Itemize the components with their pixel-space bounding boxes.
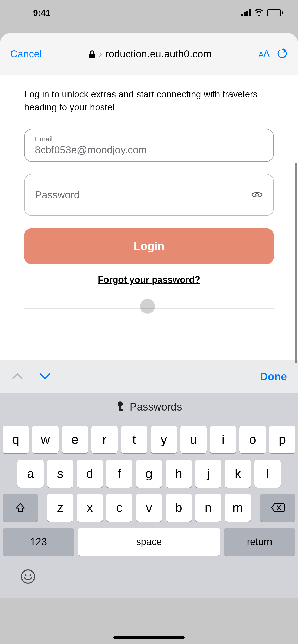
key-e[interactable]: e (62, 426, 88, 453)
key-t[interactable]: t (121, 426, 147, 453)
status-time: 9:41 (33, 8, 50, 18)
browser-address-bar: Cancel › roduction.eu.auth0.com AA (0, 33, 298, 75)
key-s[interactable]: s (47, 460, 73, 488)
touch-indicator (140, 299, 155, 314)
key-a[interactable]: a (17, 460, 44, 488)
backspace-key[interactable] (260, 494, 295, 522)
emoji-key[interactable] (20, 569, 36, 588)
lock-icon (89, 50, 96, 58)
password-field-container[interactable] (24, 174, 274, 216)
forgot-password-link[interactable]: Forgot your password? (24, 274, 274, 285)
key-o[interactable]: o (239, 426, 266, 453)
battery-icon (267, 9, 283, 16)
reader-aa-button[interactable]: AA (258, 48, 269, 60)
reload-button[interactable] (277, 48, 288, 60)
svg-rect-0 (89, 54, 95, 58)
space-key[interactable]: space (78, 528, 220, 556)
key-b[interactable]: b (166, 494, 192, 522)
toggle-password-visibility-button[interactable] (251, 191, 263, 199)
svg-point-5 (21, 570, 35, 583)
keyboard-row-3: zxcvbnm (3, 494, 295, 522)
key-j[interactable]: j (195, 460, 221, 488)
key-w[interactable]: w (32, 426, 58, 453)
svg-rect-4 (119, 409, 123, 411)
next-field-button[interactable] (39, 372, 51, 381)
prev-field-button (11, 372, 23, 381)
numbers-key[interactable]: 123 (3, 528, 74, 556)
keyboard-suggestion-label: Passwords (130, 401, 182, 413)
key-k[interactable]: k (225, 460, 251, 488)
cellular-icon (241, 9, 251, 16)
status-bar: 9:41 (0, 0, 298, 25)
svg-point-1 (256, 193, 258, 196)
email-label: Email (35, 135, 263, 143)
key-c[interactable]: c (106, 494, 132, 522)
url-display[interactable]: › roduction.eu.auth0.com (49, 48, 251, 60)
key-u[interactable]: u (180, 426, 207, 453)
eye-icon (251, 195, 263, 199)
cancel-button[interactable]: Cancel (10, 48, 42, 60)
key-h[interactable]: h (166, 460, 192, 488)
email-input[interactable] (35, 144, 263, 156)
key-g[interactable]: g (136, 460, 162, 488)
svg-point-7 (30, 574, 31, 576)
keyboard-row-bottom: 123 space return (3, 528, 295, 556)
key-i[interactable]: i (210, 426, 236, 453)
svg-point-6 (25, 574, 27, 576)
login-button[interactable]: Login (24, 228, 274, 264)
shift-key[interactable] (3, 494, 38, 522)
email-field-container[interactable]: Email (24, 129, 274, 162)
key-f[interactable]: f (106, 460, 132, 488)
keyboard-accessory-bar: Done (0, 360, 298, 393)
key-r[interactable]: r (91, 426, 118, 453)
key-d[interactable]: d (77, 460, 103, 488)
scroll-indicator[interactable] (295, 163, 297, 363)
wifi-icon (254, 8, 263, 18)
keyboard-suggestion-bar[interactable]: Passwords (0, 393, 298, 421)
key-y[interactable]: y (151, 426, 177, 453)
key-icon (116, 401, 125, 413)
keyboard-row-1: qwertyuiop (3, 426, 295, 453)
key-v[interactable]: v (136, 494, 162, 522)
key-l[interactable]: l (254, 460, 281, 488)
key-n[interactable]: n (195, 494, 221, 522)
page-subtitle: Log in to unlock extras and start connec… (24, 88, 274, 114)
key-q[interactable]: q (3, 426, 29, 453)
url-text: roduction.eu.auth0.com (105, 48, 212, 60)
key-x[interactable]: x (77, 494, 103, 522)
url-truncation-indicator: › (99, 48, 102, 60)
return-key[interactable]: return (224, 528, 295, 556)
key-p[interactable]: p (269, 426, 295, 453)
keyboard-done-button[interactable]: Done (260, 371, 287, 383)
status-indicators (241, 8, 283, 18)
software-keyboard: Passwords qwertyuiop asdfghjkl zxcvbnm 1… (0, 393, 298, 598)
keyboard-row-2: asdfghjkl (3, 460, 295, 488)
password-input[interactable] (35, 189, 263, 201)
key-m[interactable]: m (225, 494, 251, 522)
home-indicator[interactable] (113, 636, 185, 639)
login-page: Log in to unlock extras and start connec… (0, 75, 298, 360)
key-z[interactable]: z (47, 494, 73, 522)
